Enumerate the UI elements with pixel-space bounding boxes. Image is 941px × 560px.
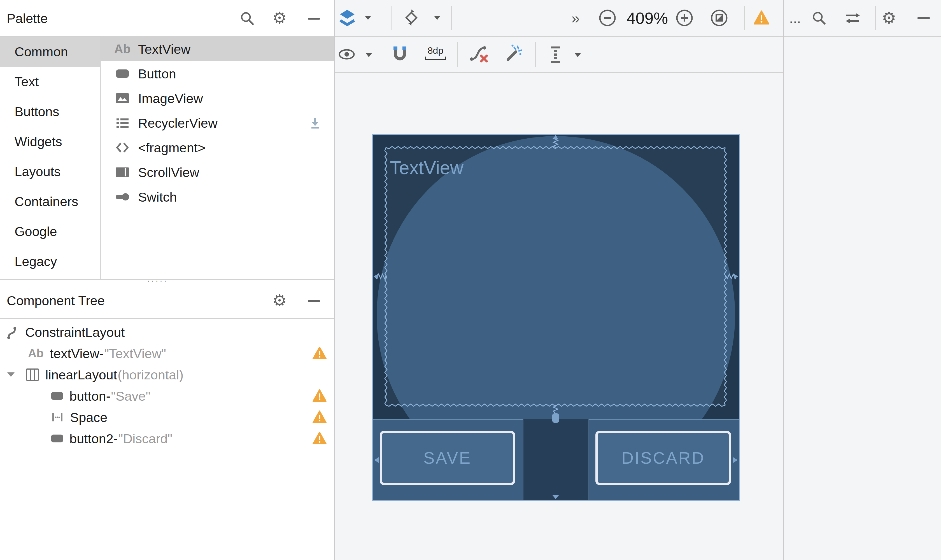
zoom-in-icon	[676, 9, 693, 26]
palette-title: Palette	[7, 0, 48, 36]
palette-component-scrollview[interactable]: ScrollView	[100, 160, 334, 185]
autoconnect-button[interactable]	[393, 46, 407, 62]
design-surface[interactable]: TextView SAVE DISCARD	[335, 73, 783, 560]
orientation-dropdown-icon[interactable]	[434, 16, 440, 20]
discard-button[interactable]: DISCARD	[595, 431, 731, 485]
palette-category-common[interactable]: Common	[0, 37, 100, 67]
textview-icon: Ab	[114, 42, 130, 56]
header-divider	[0, 36, 941, 37]
space-component[interactable]	[523, 419, 589, 500]
textview-component[interactable]: TextView	[386, 148, 725, 405]
palette-category-layouts[interactable]: Layouts	[0, 157, 100, 186]
left-panel: Palette ⚙ Common Text Buttons Widgets La…	[0, 0, 334, 560]
rotate-device-icon	[403, 9, 419, 26]
save-button[interactable]: SAVE	[380, 431, 515, 485]
surface-toolbar-divider	[335, 72, 783, 73]
toolbar-divider	[457, 42, 458, 67]
warning-icon	[312, 431, 327, 445]
component-tree-title: Component Tree	[7, 283, 105, 318]
palette-minimize-button[interactable]	[307, 16, 321, 21]
swap-arrows-icon	[845, 11, 861, 25]
palette-component-imageview[interactable]: ImageView	[100, 86, 334, 111]
tree-node-textview[interactable]: Ab textView- "TextView"	[0, 343, 334, 364]
palette-component-switch[interactable]: Switch	[100, 185, 334, 209]
editor-settings-button[interactable]: ⚙	[882, 10, 896, 26]
tree-header-divider	[0, 318, 334, 319]
zoom-in-button[interactable]	[676, 9, 693, 26]
button-icon	[51, 435, 63, 442]
palette-settings-button[interactable]: ⚙	[271, 9, 288, 26]
design-mode-dropdown-icon[interactable]	[365, 16, 371, 20]
hide-panel-button[interactable]	[918, 17, 930, 19]
palette-category-containers[interactable]: Containers	[0, 186, 100, 217]
device-screen[interactable]: TextView SAVE DISCARD	[372, 134, 740, 501]
toolbar-divider	[451, 6, 452, 30]
tree-node-button-save[interactable]: button- "Save"	[0, 385, 334, 406]
textview-text: TextView	[390, 157, 464, 178]
magic-wand-icon	[504, 45, 523, 63]
palette-component-button[interactable]: Button	[100, 61, 334, 86]
orientation-button[interactable]	[403, 9, 419, 26]
design-toolbar: » 409%	[335, 0, 941, 36]
tree-settings-button[interactable]: ⚙	[271, 292, 288, 309]
margin-value: 8dp	[424, 45, 447, 56]
gear-icon: ⚙	[882, 9, 896, 27]
more-options-button[interactable]: ...	[789, 0, 801, 36]
linear-layout-icon	[26, 368, 39, 381]
switch-icon	[114, 192, 130, 201]
palette-category-text[interactable]: Text	[0, 67, 100, 97]
zoom-to-fit-button[interactable]	[710, 9, 728, 26]
collapse-expander-icon[interactable]	[7, 372, 15, 377]
palette-component-textview[interactable]: Ab TextView	[100, 37, 334, 61]
tree-minimize-button[interactable]	[307, 299, 321, 303]
tree-node-button2-discard[interactable]: button2- "Discard"	[0, 428, 334, 449]
view-options-button[interactable]	[339, 48, 355, 60]
zoom-out-button[interactable]	[599, 9, 616, 26]
toolbar-divider	[391, 6, 391, 30]
magnet-icon	[393, 46, 407, 62]
right-panel-divider	[783, 0, 784, 560]
find-button[interactable]	[812, 11, 827, 26]
view-options-dropdown-icon[interactable]	[366, 53, 372, 57]
gear-icon: ⚙	[272, 292, 287, 309]
recyclerview-icon	[114, 117, 130, 129]
switch-views-button[interactable]	[845, 11, 861, 25]
warning-icon	[312, 410, 327, 424]
show-warnings-button[interactable]	[753, 10, 770, 25]
space-icon	[51, 412, 64, 423]
toolbar-overflow-button[interactable]: »	[571, 0, 580, 36]
download-icon[interactable]	[310, 117, 321, 129]
palette-search-button[interactable]	[239, 11, 255, 26]
palette-tree-splitter[interactable]: ·····	[147, 276, 168, 285]
palette-category-buttons[interactable]: Buttons	[0, 97, 100, 126]
infer-constraints-button[interactable]	[504, 45, 523, 63]
palette-category-google[interactable]: Google	[0, 217, 100, 246]
pack-align-button[interactable]	[549, 46, 562, 63]
palette-category-legacy[interactable]: Legacy	[0, 246, 100, 276]
pack-vertical-icon	[549, 46, 562, 63]
clear-constraints-button[interactable]	[468, 45, 488, 63]
palette-category-widgets[interactable]: Widgets	[0, 126, 100, 157]
eye-icon	[339, 48, 355, 60]
warning-icon	[312, 389, 327, 402]
button-icon	[51, 392, 63, 400]
tree-node-linearlayout[interactable]: linearLayout(horizontal)	[0, 364, 334, 385]
toolbar-divider	[875, 6, 876, 30]
toolbar-divider	[744, 6, 745, 30]
layers-icon	[339, 9, 355, 26]
left-panel-divider	[334, 0, 335, 560]
layout-editor-window: Palette ⚙ Common Text Buttons Widgets La…	[0, 0, 941, 560]
zoom-out-icon	[599, 9, 616, 26]
pack-align-dropdown-icon[interactable]	[575, 53, 581, 57]
warning-icon	[753, 10, 770, 25]
palette-component-fragment[interactable]: <fragment>	[100, 135, 334, 160]
tree-node-space[interactable]: Space	[0, 406, 334, 428]
constraint-layout-icon	[5, 325, 19, 339]
palette-component-recyclerview[interactable]: RecyclerView	[100, 111, 334, 135]
tree-node-constraintlayout[interactable]: ConstraintLayout	[0, 322, 334, 343]
default-margins-button[interactable]: 8dp	[424, 45, 447, 60]
design-mode-button[interactable]	[339, 9, 355, 26]
minimize-icon	[918, 17, 930, 19]
search-icon	[240, 11, 255, 26]
zoom-to-fit-icon	[710, 9, 728, 26]
